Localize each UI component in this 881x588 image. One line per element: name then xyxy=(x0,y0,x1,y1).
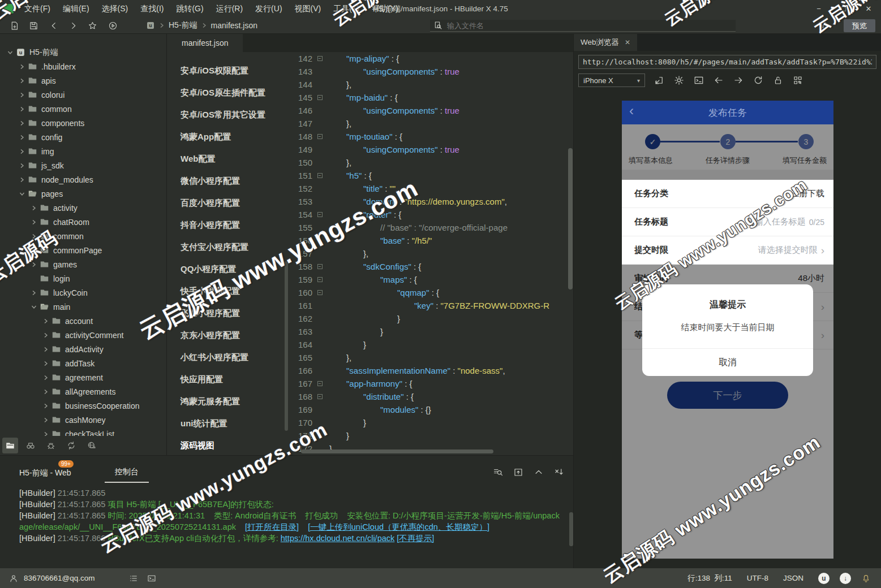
breadcrumb-item-0[interactable]: H5-前端 xyxy=(169,20,197,31)
tree-item-apis[interactable]: apis xyxy=(0,74,166,88)
chevron-right-icon[interactable] xyxy=(41,375,50,381)
menu-item-2[interactable]: 选择(S) xyxy=(96,0,135,17)
manifest-section-小红书小程序配置[interactable]: 小红书小程序配置 xyxy=(167,347,289,369)
console-link[interactable]: [一键上传到uniCloud（更优惠的cdn、长期稳定）] xyxy=(308,522,489,531)
file-search-box[interactable] xyxy=(430,20,736,32)
chevron-right-icon[interactable] xyxy=(29,262,38,267)
menu-item-5[interactable]: 运行(R) xyxy=(210,0,249,17)
tree-item-luckyCoin[interactable]: luckyCoin xyxy=(0,286,166,300)
tree-item-checkTaskList[interactable]: checkTaskList xyxy=(0,427,166,436)
manifest-section-百度小程序配置[interactable]: 百度小程序配置 xyxy=(167,192,289,214)
tree-item-addActivity[interactable]: addActivity xyxy=(0,342,166,356)
preview-button[interactable]: 预览 xyxy=(844,19,875,32)
settings-gear-icon[interactable] xyxy=(674,75,684,85)
manifest-section-QQ小程序配置[interactable]: QQ小程序配置 xyxy=(167,258,289,280)
menu-item-3[interactable]: 查找(I) xyxy=(134,0,170,17)
chevron-right-icon[interactable] xyxy=(41,403,50,409)
tree-item-cashMoney[interactable]: cashMoney xyxy=(0,413,166,427)
open-external-icon[interactable] xyxy=(654,75,664,85)
editor-vertical-scrollbar[interactable] xyxy=(568,148,573,289)
fold-marker-icon[interactable]: − xyxy=(315,169,325,182)
device-select[interactable]: iPhone X ▾ xyxy=(578,74,645,87)
manifest-section-京东小程序配置[interactable]: 京东小程序配置 xyxy=(167,325,289,347)
url-input[interactable] xyxy=(578,55,876,69)
chevron-right-icon[interactable] xyxy=(41,361,50,366)
user-account-icon[interactable] xyxy=(9,574,18,583)
tree-item-games[interactable]: games xyxy=(0,257,166,271)
form-row-category[interactable]: 任务分类注册下载 xyxy=(622,180,833,208)
fold-marker-icon[interactable]: − xyxy=(315,260,325,273)
nav-back-icon[interactable] xyxy=(714,75,724,85)
search-input[interactable] xyxy=(446,21,732,31)
filter-funnel-icon[interactable] xyxy=(818,20,827,30)
manifest-section-快手小程序配置[interactable]: 快手小程序配置 xyxy=(167,280,289,302)
manifest-section-源码视图[interactable]: 源码视图 xyxy=(167,435,289,457)
console-link[interactable]: https://hx.dcloud.net.cn/cli/pack xyxy=(281,534,395,543)
chevron-right-icon[interactable] xyxy=(18,135,27,140)
chevron-right-icon[interactable] xyxy=(41,318,50,324)
tree-item-businessCooperation[interactable]: businessCooperation xyxy=(0,399,166,413)
editor-horizontal-scrollbar[interactable] xyxy=(301,449,493,453)
language-indicator[interactable]: JSON xyxy=(783,574,803,582)
tree-item-img[interactable]: img xyxy=(0,144,166,158)
search-binoculars-icon[interactable] xyxy=(23,438,38,453)
terminal-icon[interactable] xyxy=(147,574,156,583)
console-terminal-icon[interactable] xyxy=(694,75,704,85)
manifest-section-uni统计配置[interactable]: uni统计配置 xyxy=(167,413,289,435)
form-row-title[interactable]: 任务标题请输入任务标题0/25 xyxy=(622,208,833,236)
chevron-right-icon[interactable] xyxy=(41,347,50,352)
chevron-down-icon[interactable] xyxy=(29,304,38,310)
tree-item-activity[interactable]: activity xyxy=(0,201,166,215)
chevron-right-icon[interactable] xyxy=(29,205,38,211)
tree-item-pages[interactable]: pages xyxy=(0,187,166,201)
save-icon[interactable] xyxy=(27,19,40,32)
manifest-section-支付宝小程序配置[interactable]: 支付宝小程序配置 xyxy=(167,236,289,258)
u-circle-icon[interactable]: u xyxy=(818,573,830,584)
manifest-section-安卓/iOS权限配置[interactable]: 安卓/iOS权限配置 xyxy=(167,60,289,82)
star-icon[interactable] xyxy=(86,19,98,32)
form-row-deadline[interactable]: 提交时限请选择提交时限› xyxy=(622,236,833,265)
tree-item-.hbuilderx[interactable]: .hbuilderx xyxy=(0,59,166,74)
export-log-icon[interactable] xyxy=(513,467,523,477)
chevron-right-icon[interactable] xyxy=(29,234,38,239)
cursor-position[interactable]: 行:138 列:11 xyxy=(687,573,732,583)
menu-item-0[interactable]: 文件(F) xyxy=(18,0,57,17)
tree-item-common[interactable]: common xyxy=(0,102,166,116)
manifest-section-安卓/iOS常用其它设置[interactable]: 安卓/iOS常用其它设置 xyxy=(167,104,289,126)
chevron-right-icon[interactable] xyxy=(29,290,38,296)
console-link[interactable]: [不再提示] xyxy=(397,534,434,543)
tree-item-activityComment[interactable]: activityComment xyxy=(0,328,166,342)
run-icon[interactable] xyxy=(106,19,119,32)
fold-marker-icon[interactable]: − xyxy=(315,390,325,403)
tree-item-login[interactable]: login xyxy=(0,271,166,286)
manifest-section-鸿蒙App配置[interactable]: 鸿蒙App配置 xyxy=(167,126,289,148)
menu-item-8[interactable]: 工具(T) xyxy=(327,0,366,17)
section-list-scrollbar[interactable] xyxy=(285,261,288,431)
tree-item-commonPage[interactable]: commonPage xyxy=(0,243,166,257)
close-tab-icon[interactable]: ✕ xyxy=(625,38,630,46)
fold-marker-icon[interactable]: − xyxy=(315,91,325,104)
dialog-cancel-button[interactable]: 取消 xyxy=(642,349,813,376)
web-globe-icon[interactable] xyxy=(84,438,100,453)
chevron-right-icon[interactable] xyxy=(18,92,27,98)
menu-item-6[interactable]: 发行(U) xyxy=(249,0,288,17)
fold-marker-icon[interactable]: − xyxy=(315,130,325,143)
chevron-right-icon[interactable] xyxy=(41,417,50,423)
chevron-down-icon[interactable] xyxy=(6,50,15,55)
console-scrollbar[interactable] xyxy=(569,512,573,546)
console-tab-active[interactable]: 控制台 xyxy=(105,467,149,483)
tree-item-config[interactable]: config xyxy=(0,130,166,144)
manifest-section-飞书小程序配置[interactable]: 飞书小程序配置 xyxy=(167,302,289,325)
chevron-down-icon[interactable] xyxy=(18,191,27,197)
tree-item-agreement[interactable]: agreement xyxy=(0,370,166,384)
chevron-right-icon[interactable] xyxy=(18,177,27,183)
menu-item-4[interactable]: 跳转(G) xyxy=(170,0,209,17)
bell-icon[interactable] xyxy=(861,573,871,583)
scroll-lock-icon[interactable] xyxy=(554,467,564,477)
download-circle-icon[interactable]: ↓ xyxy=(840,573,851,584)
fold-marker-icon[interactable]: − xyxy=(315,52,325,65)
fold-marker-icon[interactable]: − xyxy=(315,208,325,221)
chevron-right-icon[interactable] xyxy=(29,248,38,253)
tree-item-H5-前端[interactable]: uH5-前端 xyxy=(0,45,166,59)
manifest-section-快应用配置[interactable]: 快应用配置 xyxy=(167,369,289,391)
